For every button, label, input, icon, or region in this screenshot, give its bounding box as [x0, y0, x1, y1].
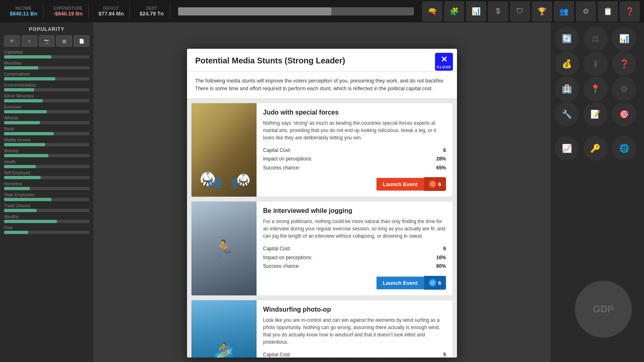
- voter-group-label: State Employees: [4, 193, 89, 197]
- voter-bar-container: [4, 132, 89, 135]
- voter-bar-bg: [4, 121, 89, 124]
- stunt-description: Look like you are in-control and can win…: [263, 316, 446, 346]
- voter-group: Wealthy: [4, 215, 89, 223]
- voter-group: Trade Unionist: [4, 204, 89, 212]
- puzzle-btn[interactable]: 🧩: [444, 1, 464, 22]
- modal-close-button[interactable]: ✕ CLOSE: [435, 53, 453, 71]
- stunt-content: Windsurfing photo-op Look like you are i…: [257, 300, 453, 358]
- right-icon-11[interactable]: 📝: [583, 102, 608, 126]
- right-icon-12[interactable]: 🎯: [612, 102, 636, 126]
- right-icon-6[interactable]: ❓: [612, 52, 636, 76]
- voter-group-label: Health: [4, 160, 89, 164]
- success-label: Success chance:: [263, 262, 300, 271]
- shield-btn[interactable]: 🛡: [510, 1, 530, 22]
- voter-bar-fill: [4, 88, 34, 91]
- voter-group: Middle Income: [4, 138, 89, 146]
- people-btn[interactable]: 👥: [554, 1, 574, 22]
- modal-body[interactable]: 🥋 🥋 👤 👤 👤 Judo with special forces Nothi…: [187, 99, 457, 358]
- voter-bar-fill: [4, 99, 43, 102]
- launch-btn-label: Launch Event: [376, 277, 424, 289]
- impact-row: Impact on perceptions: 16%: [263, 254, 446, 262]
- success-value: 65%: [436, 164, 446, 173]
- voter-bar-bg: [4, 165, 89, 168]
- dollar-btn[interactable]: $: [488, 1, 508, 22]
- voter-bar-bg: [4, 55, 89, 59]
- right-icon-3[interactable]: 📊: [612, 26, 636, 51]
- right-icon-7[interactable]: 🏥: [555, 77, 579, 101]
- voter-group: Motorist: [4, 149, 89, 157]
- impact-value: 28%: [436, 155, 446, 164]
- right-icon-4[interactable]: 💰: [555, 52, 579, 76]
- modal-header: Potential Media Stunts (Strong Leader) ✕…: [187, 49, 457, 72]
- capital-cost-row: Capital Cost: 6: [263, 245, 446, 254]
- right-icon-5[interactable]: ℹ: [583, 52, 608, 76]
- stunt-title: Windsurfing photo-op: [263, 306, 446, 313]
- sidebar-grid-btn[interactable]: ▦: [56, 35, 72, 47]
- voter-groups: Capitalists Minorities Conservatives Env…: [4, 50, 89, 234]
- right-icon-13[interactable]: 📈: [555, 136, 579, 160]
- success-row: Success chance: 65%: [263, 164, 446, 173]
- trophy-btn[interactable]: 🏆: [532, 1, 552, 22]
- right-icon-2[interactable]: ⚖: [583, 26, 608, 51]
- income-label: INCOME: [15, 6, 32, 11]
- right-icon-9[interactable]: ⚙: [612, 77, 636, 101]
- voter-bar-fill: [4, 209, 37, 212]
- voter-group: Health: [4, 160, 89, 168]
- right-icon-1[interactable]: 🔄: [555, 26, 579, 51]
- voter-group: Ethnic Minorities: [4, 94, 89, 102]
- voter-bar-bg: [4, 110, 89, 113]
- main-area: 👤 🎓 ✈ ⚖ 🌿 💊 🔬 🏛 🚗 ⚡ Potential Media Stun…: [94, 22, 550, 362]
- modal-title: Potential Media Stunts (Strong Leader): [195, 56, 449, 65]
- doc-btn[interactable]: 📋: [598, 1, 618, 22]
- launch-event-button[interactable]: Launch Event ⬡ 6: [376, 177, 446, 191]
- stunt-title: Judo with special forces: [263, 109, 446, 116]
- modal-description: The following media stunts will improve …: [187, 72, 457, 99]
- right-icon-10[interactable]: 🔧: [555, 102, 579, 126]
- sidebar-eye-btn[interactable]: 👁: [4, 35, 20, 47]
- launch-event-button[interactable]: Launch Event ⬡ 6: [376, 276, 446, 290]
- right-icon-14[interactable]: 🔑: [583, 136, 608, 160]
- voter-bar-container: [4, 198, 89, 201]
- success-value: 80%: [436, 262, 446, 271]
- sidebar-camera-btn[interactable]: 📷: [39, 35, 55, 47]
- voter-bar-bg: [4, 132, 89, 135]
- voter-bar-bg: [4, 198, 89, 201]
- capital-cost-label: Capital Cost:: [263, 245, 291, 254]
- right-icon-15[interactable]: 🌐: [612, 136, 636, 160]
- voter-group-label: Minorities: [4, 61, 89, 65]
- voter-group-label: Atheists: [4, 116, 89, 120]
- stunt-stats: Capital Cost: 6 Impact on perceptions: 1…: [263, 245, 446, 271]
- impact-label: Impact on perceptions:: [263, 254, 312, 262]
- success-row: Success chance: 80%: [263, 262, 446, 271]
- voter-bar-fill: [4, 176, 41, 179]
- voter-bar-fill: [4, 143, 45, 146]
- voter-bar-fill: [4, 132, 54, 135]
- sidebar-doc-btn[interactable]: 📄: [74, 35, 89, 47]
- stunt-content: Judo with special forces Nothing says 's…: [257, 103, 453, 197]
- voter-bar-container: [4, 99, 89, 102]
- voter-group-label: Middle Income: [4, 138, 89, 142]
- sidebar-toggle-btn[interactable]: ≡: [22, 35, 37, 47]
- stunt-card: 🏄 Windsurfing photo-op Look like you are…: [191, 300, 453, 358]
- voter-group-label: Self Employed: [4, 171, 89, 175]
- voter-group-label: Capitalists: [4, 50, 89, 54]
- right-sidebar: 🔄 ⚖ 📊 💰 ℹ ❓ 🏥 📍 ⚙ 🔧 📝 🎯 GDP 📈 🔑 🌐: [550, 22, 644, 362]
- gear-btn[interactable]: ⚙: [576, 1, 596, 22]
- question-btn[interactable]: ❓: [620, 1, 640, 22]
- voter-bar-bg: [4, 220, 89, 223]
- right-icon-8[interactable]: 📍: [583, 77, 608, 101]
- stunt-card: 🏃 Be interviewed while jogging For a str…: [191, 201, 453, 296]
- chart-btn[interactable]: 📊: [466, 1, 486, 22]
- voter-bar-bg: [4, 77, 89, 80]
- gun-btn[interactable]: 🔫: [422, 1, 442, 22]
- sidebar-icon-row: 👁 ≡ 📷 ▦ 📄: [4, 35, 89, 47]
- voter-bar-fill: [4, 55, 51, 59]
- voter-bar-bg: [4, 66, 89, 69]
- voter-bar-container: [4, 110, 89, 113]
- voter-group-label: Homeless: [4, 182, 89, 186]
- capital-cost-row: Capital Cost: 5: [263, 351, 446, 358]
- voter-bar-fill: [4, 231, 28, 234]
- top-bar: INCOME $840.11 Bn EXPENDITURE -$840.19 B…: [0, 0, 644, 22]
- voter-group-label: Poor: [4, 225, 89, 230]
- voter-bar-container: [4, 209, 89, 212]
